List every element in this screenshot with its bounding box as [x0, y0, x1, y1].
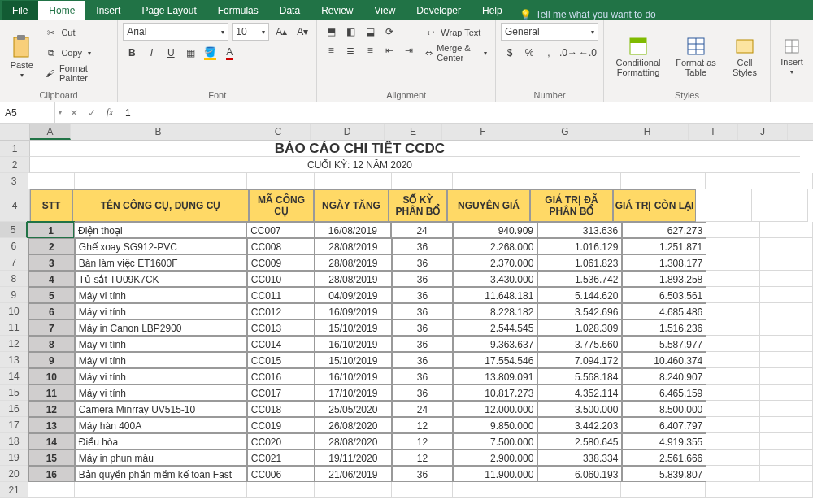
cell-conlai[interactable]: 6.407.797 — [622, 417, 706, 433]
cell-soky[interactable]: 12 — [392, 433, 454, 450]
accept-formula-button[interactable]: ✓ — [83, 107, 101, 119]
cell[interactable] — [706, 336, 759, 352]
italic-button[interactable]: I — [142, 44, 160, 62]
cell[interactable] — [760, 433, 813, 450]
cell-nguyen[interactable]: 7.500.000 — [453, 433, 537, 450]
font-size-select[interactable]: 10▾ — [232, 23, 269, 41]
cell-stt[interactable]: 15 — [28, 450, 75, 466]
decrease-decimal-button[interactable]: ←.0 — [579, 44, 597, 62]
cell-ngay[interactable]: 15/10/2019 — [315, 352, 392, 368]
cell[interactable] — [453, 173, 537, 189]
cell-stt[interactable]: 1 — [28, 222, 74, 238]
cell[interactable] — [392, 173, 453, 189]
cell[interactable] — [537, 482, 622, 498]
col-header-G[interactable]: G — [524, 124, 606, 140]
tab-data[interactable]: Data — [269, 1, 311, 20]
cell-ngay[interactable]: 28/08/2020 — [315, 433, 392, 450]
cell-soky[interactable]: 36 — [392, 385, 454, 401]
cell-daphan[interactable]: 1.536.742 — [537, 271, 622, 287]
cell[interactable] — [745, 157, 800, 173]
cell-stt[interactable]: 14 — [28, 433, 75, 450]
cell[interactable] — [760, 450, 813, 466]
cell-soky[interactable]: 24 — [391, 222, 453, 238]
formula-input[interactable]: 1 — [119, 107, 813, 119]
cell-soky[interactable]: 36 — [392, 303, 454, 319]
cell-soky[interactable]: 12 — [392, 417, 454, 433]
cell-soky[interactable]: 36 — [392, 352, 454, 368]
cell-ma[interactable]: CC019 — [247, 417, 315, 433]
cell-conlai[interactable]: 6.503.561 — [622, 287, 706, 303]
cell-daphan[interactable]: 3.542.696 — [537, 303, 622, 319]
cell-ten[interactable]: Điện thoại — [74, 222, 246, 238]
cell-stt[interactable]: 2 — [28, 238, 75, 254]
col-header-H[interactable]: H — [606, 124, 689, 140]
cell[interactable] — [28, 173, 74, 189]
cell[interactable] — [745, 141, 800, 157]
increase-decimal-button[interactable]: .0→ — [559, 44, 577, 62]
cell-nguyen[interactable]: 2.900.000 — [453, 450, 537, 466]
cell[interactable] — [315, 482, 391, 498]
tab-review[interactable]: Review — [311, 1, 363, 20]
col-header-A[interactable]: A — [30, 124, 71, 140]
cell-ngay[interactable]: 16/10/2019 — [315, 336, 392, 352]
cell-daphan[interactable]: 313.636 — [537, 222, 622, 238]
decrease-indent-button[interactable]: ⇤ — [380, 41, 398, 59]
cell-nguyen[interactable]: 2.370.000 — [453, 254, 537, 271]
row-header-1[interactable]: 1 — [0, 141, 30, 157]
cell[interactable] — [75, 482, 248, 498]
cell[interactable] — [706, 466, 759, 482]
col-header-F[interactable]: F — [442, 124, 524, 140]
cell-stt[interactable]: 6 — [28, 303, 75, 319]
cell-conlai[interactable]: 6.465.159 — [622, 385, 706, 401]
tab-help[interactable]: Help — [472, 1, 513, 20]
cell-ten[interactable]: Máy vi tính — [75, 336, 247, 352]
cell-ma[interactable]: CC018 — [247, 401, 315, 417]
cell-ma[interactable]: CC012 — [247, 303, 315, 319]
cell-daphan[interactable]: 338.334 — [537, 450, 622, 466]
cell-styles-button[interactable]: Cell Styles — [724, 23, 765, 90]
cell[interactable] — [706, 319, 759, 336]
cell[interactable] — [621, 482, 706, 498]
row-header-21[interactable]: 21 — [0, 482, 28, 498]
cell-ngay[interactable]: 17/10/2019 — [315, 385, 392, 401]
cell[interactable] — [706, 401, 759, 417]
header-ten[interactable]: TÊN CÔNG CỤ, DỤNG CỤ — [72, 189, 249, 222]
cell[interactable] — [759, 482, 813, 498]
cell-soky[interactable]: 36 — [392, 336, 454, 352]
cell-stt[interactable]: 3 — [28, 254, 75, 271]
cell-ten[interactable]: Máy vi tính — [75, 287, 247, 303]
cell-ngay[interactable]: 15/10/2019 — [315, 319, 392, 336]
cell-nguyen[interactable]: 11.900.000 — [453, 466, 537, 482]
tab-view[interactable]: View — [364, 1, 406, 20]
chevron-down-icon[interactable]: ▾ — [55, 109, 65, 116]
cell[interactable] — [392, 482, 453, 498]
cell-stt[interactable]: 12 — [28, 401, 75, 417]
cell-daphan[interactable]: 1.028.309 — [537, 319, 622, 336]
row-header-7[interactable]: 7 — [0, 254, 28, 271]
cell-ma[interactable]: CC014 — [247, 336, 315, 352]
cell[interactable] — [28, 482, 74, 498]
cell-ngay[interactable]: 16/08/2019 — [315, 222, 392, 238]
cell[interactable] — [315, 173, 391, 189]
increase-indent-button[interactable]: ⇥ — [400, 41, 418, 59]
increase-font-size-button[interactable]: A▴ — [272, 23, 290, 41]
cell-conlai[interactable]: 1.516.236 — [622, 319, 706, 336]
cell-ten[interactable]: Máy vi tính — [75, 385, 247, 401]
col-header-I[interactable]: I — [689, 124, 738, 140]
decrease-font-size-button[interactable]: A▾ — [293, 23, 311, 41]
cell-daphan[interactable]: 5.144.620 — [537, 287, 622, 303]
row-header-2[interactable]: 2 — [0, 157, 30, 173]
cell-daphan[interactable]: 5.568.184 — [537, 368, 622, 385]
cell[interactable] — [752, 189, 808, 222]
row-header-8[interactable]: 8 — [0, 271, 28, 287]
cell-conlai[interactable]: 4.919.355 — [622, 433, 706, 450]
cell[interactable] — [706, 450, 759, 466]
cell-ngay[interactable]: 25/05/2020 — [315, 401, 392, 417]
col-header-B[interactable]: B — [71, 124, 246, 140]
cell-conlai[interactable]: 8.240.907 — [622, 368, 706, 385]
col-header-E[interactable]: E — [385, 124, 442, 140]
format-painter-button[interactable]: 🖌Format Painter — [41, 63, 112, 83]
cell[interactable] — [760, 401, 813, 417]
cell-ten[interactable]: Máy in phun màu — [75, 450, 247, 466]
cell-ten[interactable]: Camera Minrray UV515-10 — [75, 401, 247, 417]
